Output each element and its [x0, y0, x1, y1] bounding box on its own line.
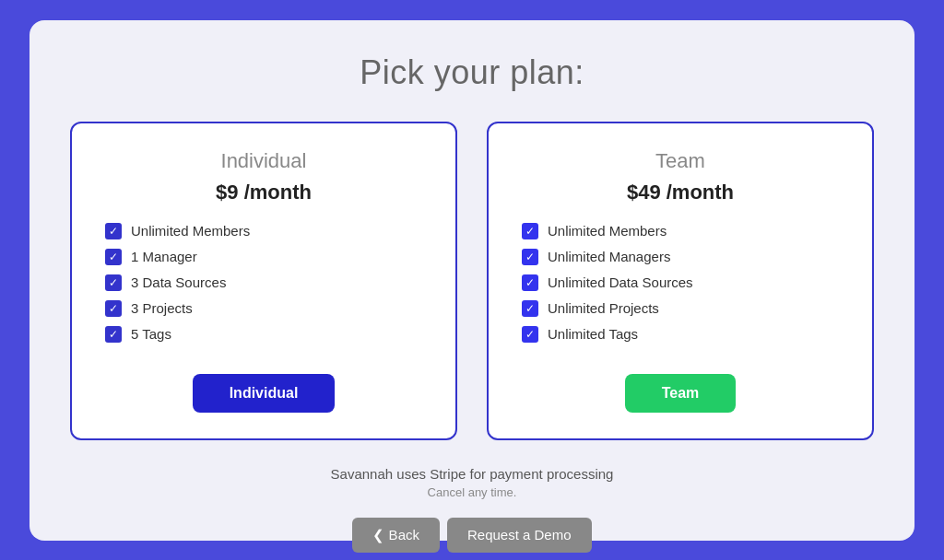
feature-label: 3 Projects: [131, 300, 193, 316]
check-icon: ✓: [522, 249, 538, 265]
feature-label: Unlimited Managers: [548, 249, 670, 264]
check-icon: ✓: [105, 223, 122, 239]
feature-label: Unlimited Projects: [548, 300, 659, 316]
individual-plan-name: Individual: [221, 149, 307, 173]
check-icon: ✓: [105, 326, 122, 343]
individual-plan-price: $9 /month: [216, 181, 312, 204]
check-icon: ✓: [522, 326, 538, 343]
individual-features-list: ✓ Unlimited Members ✓ 1 Manager ✓ 3 Data…: [105, 223, 422, 352]
check-icon: ✓: [105, 300, 122, 317]
team-features-list: ✓ Unlimited Members ✓ Unlimited Managers…: [522, 223, 839, 352]
plan-card-team: Team $49 /month ✓ Unlimited Members ✓ Un…: [487, 122, 874, 440]
list-item: ✓ 3 Data Sources: [105, 274, 422, 291]
cancel-note: Cancel any time.: [428, 485, 517, 499]
list-item: ✓ Unlimited Members: [522, 223, 839, 239]
request-demo-button[interactable]: Request a Demo: [447, 518, 592, 553]
list-item: ✓ Unlimited Data Sources: [522, 274, 839, 291]
plans-row: Individual $9 /month ✓ Unlimited Members…: [66, 122, 878, 440]
list-item: ✓ Unlimited Projects: [522, 300, 839, 317]
check-icon: ✓: [522, 223, 538, 239]
main-container: Pick your plan: Individual $9 /month ✓ U…: [30, 20, 914, 541]
feature-label: 5 Tags: [131, 326, 171, 342]
list-item: ✓ Unlimited Members: [105, 223, 422, 239]
list-item: ✓ 1 Manager: [105, 249, 422, 265]
team-plan-name: Team: [655, 149, 705, 173]
bottom-buttons: ❮ Back Request a Demo: [352, 518, 591, 553]
feature-label: Unlimited Members: [548, 223, 667, 239]
team-plan-price: $49 /month: [627, 181, 734, 204]
plan-card-individual: Individual $9 /month ✓ Unlimited Members…: [70, 122, 457, 440]
payment-note: Savannah uses Stripe for payment process…: [331, 466, 614, 482]
feature-label: Unlimited Data Sources: [548, 274, 693, 290]
list-item: ✓ 3 Projects: [105, 300, 422, 317]
check-icon: ✓: [522, 274, 538, 291]
list-item: ✓ Unlimited Tags: [522, 326, 839, 343]
feature-label: Unlimited Tags: [548, 326, 638, 342]
individual-plan-button[interactable]: Individual: [193, 374, 336, 413]
list-item: ✓ Unlimited Managers: [522, 249, 839, 265]
back-button[interactable]: ❮ Back: [352, 518, 440, 553]
check-icon: ✓: [105, 274, 122, 291]
check-icon: ✓: [105, 249, 122, 265]
list-item: ✓ 5 Tags: [105, 326, 422, 343]
feature-label: Unlimited Members: [131, 223, 250, 239]
feature-label: 3 Data Sources: [131, 274, 226, 290]
feature-label: 1 Manager: [131, 249, 197, 264]
check-icon: ✓: [522, 300, 538, 317]
page-title: Pick your plan:: [360, 53, 584, 92]
team-plan-button[interactable]: Team: [625, 374, 737, 413]
